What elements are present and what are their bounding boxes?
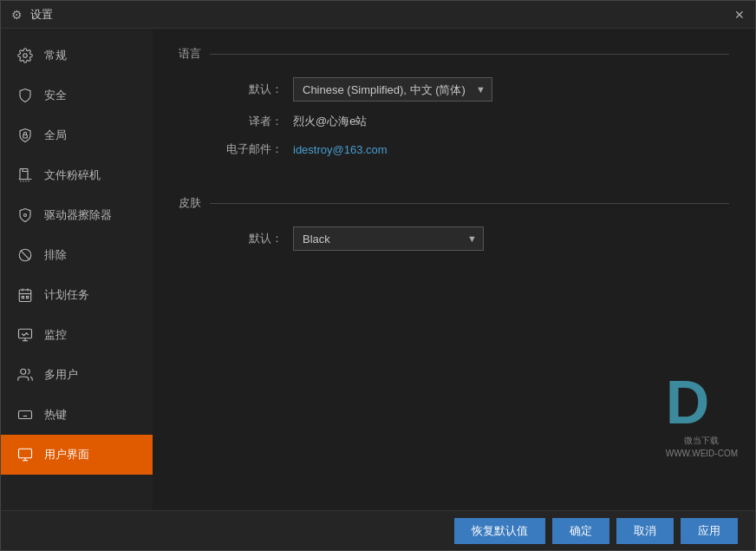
sidebar-label-shredder: 文件粉碎机: [44, 167, 101, 183]
settings-icon: ⚙: [10, 8, 23, 22]
sidebar-item-exclusions[interactable]: 排除: [1, 235, 153, 275]
users-icon: [16, 366, 34, 384]
translator-label: 译者：: [213, 114, 283, 129]
sidebar: 常规 安全 全局 文件粉碎机: [1, 29, 153, 510]
sidebar-label-driver: 驱动器擦除器: [44, 207, 112, 223]
email-value: idestroy@163.com: [293, 143, 388, 156]
sidebar-label-multiuser: 多用户: [44, 367, 78, 383]
display-icon: [16, 446, 34, 463]
apply-button[interactable]: 应用: [681, 518, 738, 544]
title-bar: ⚙ 设置 ✕: [1, 1, 755, 29]
gear-icon: [16, 47, 34, 64]
svg-point-0: [23, 54, 28, 58]
translator-row: 译者： 烈火@心海e站: [179, 114, 729, 129]
watermark-letter: D: [666, 372, 738, 433]
watermark: D 微当下载 WWW.WEID-COM: [666, 372, 738, 458]
language-section-title: 语言: [179, 46, 729, 62]
restore-defaults-button[interactable]: 恢复默认值: [454, 518, 545, 544]
email-row: 电子邮件： idestroy@163.com: [179, 141, 729, 157]
sidebar-label-monitor: 监控: [44, 327, 67, 343]
language-select[interactable]: Chinese (Simplified), 中文 (简体) English: [293, 77, 492, 102]
sidebar-label-exclusions: 排除: [44, 247, 67, 263]
sidebar-label-hotkeys: 热键: [44, 407, 67, 423]
shield-icon: [16, 87, 34, 104]
sidebar-label-ui: 用户界面: [44, 447, 89, 462]
watermark-subtext: WWW.WEID-COM: [666, 449, 738, 458]
skin-section: 皮肤 默认： Black White Classic ▼: [179, 195, 729, 263]
svg-rect-6: [19, 290, 31, 302]
title-bar-left: ⚙ 设置: [10, 7, 53, 23]
main-panel: 语言 默认： Chinese (Simplified), 中文 (简体) Eng…: [153, 29, 755, 510]
svg-rect-11: [27, 297, 29, 298]
svg-line-5: [21, 251, 30, 260]
calendar-icon: [16, 286, 34, 304]
sidebar-label-security: 安全: [44, 88, 67, 103]
ok-button[interactable]: 确定: [552, 518, 609, 544]
svg-rect-24: [19, 449, 32, 458]
skin-select-wrapper: Black White Classic ▼: [293, 226, 484, 251]
svg-point-3: [24, 214, 27, 217]
footer: 恢复默认值 确定 取消 应用: [1, 510, 755, 550]
shield-lock-icon: [16, 127, 34, 144]
sidebar-item-ui[interactable]: 用户界面: [1, 435, 153, 475]
language-default-row: 默认： Chinese (Simplified), 中文 (简体) Englis…: [179, 77, 729, 102]
sidebar-label-scheduler: 计划任务: [44, 287, 89, 303]
sidebar-item-driver[interactable]: 驱动器擦除器: [1, 195, 153, 235]
sidebar-item-hotkeys[interactable]: 热键: [1, 395, 153, 435]
sidebar-label-general: 常规: [44, 48, 67, 63]
email-link[interactable]: idestroy@163.com: [293, 143, 388, 156]
svg-rect-10: [22, 297, 23, 298]
skin-select[interactable]: Black White Classic: [293, 226, 484, 251]
language-dropdown-wrapper: Chinese (Simplified), 中文 (简体) English ▼: [293, 77, 492, 102]
sidebar-item-general[interactable]: 常规: [1, 36, 153, 75]
sidebar-label-global: 全局: [44, 128, 67, 143]
language-section: 语言 默认： Chinese (Simplified), 中文 (简体) Eng…: [179, 46, 729, 169]
cancel-button[interactable]: 取消: [616, 518, 674, 544]
skin-default-label: 默认：: [213, 231, 283, 246]
keyboard-icon: [16, 406, 34, 423]
svg-rect-16: [19, 411, 32, 419]
settings-window: ⚙ 设置 ✕ 常规 安全 全局: [0, 0, 756, 551]
svg-rect-2: [20, 169, 28, 180]
exclude-icon: [16, 246, 34, 264]
sidebar-item-shredder[interactable]: 文件粉碎机: [1, 155, 153, 195]
svg-rect-1: [23, 134, 28, 138]
shield-drive-icon: [16, 207, 34, 224]
sidebar-item-multiuser[interactable]: 多用户: [1, 355, 153, 395]
translator-value: 烈火@心海e站: [293, 114, 367, 129]
sidebar-item-security[interactable]: 安全: [1, 75, 153, 115]
svg-point-15: [21, 369, 26, 374]
skin-section-title: 皮肤: [179, 195, 729, 211]
window-title: 设置: [30, 7, 53, 23]
watermark-text: 微当下载: [666, 435, 738, 447]
monitor-icon: [16, 326, 34, 344]
skin-dropdown-wrapper: Black White Classic ▼: [293, 226, 484, 251]
sidebar-item-scheduler[interactable]: 计划任务: [1, 275, 153, 315]
email-label: 电子邮件：: [213, 141, 283, 157]
file-shred-icon: [16, 167, 34, 184]
language-default-label: 默认：: [213, 82, 283, 97]
skin-default-row: 默认： Black White Classic ▼: [179, 226, 729, 251]
language-select-wrapper: Chinese (Simplified), 中文 (简体) English ▼: [293, 77, 492, 102]
close-button[interactable]: ✕: [733, 8, 746, 22]
content-area: 常规 安全 全局 文件粉碎机: [1, 29, 755, 510]
sidebar-item-monitor[interactable]: 监控: [1, 315, 153, 355]
sidebar-item-global[interactable]: 全局: [1, 115, 153, 155]
